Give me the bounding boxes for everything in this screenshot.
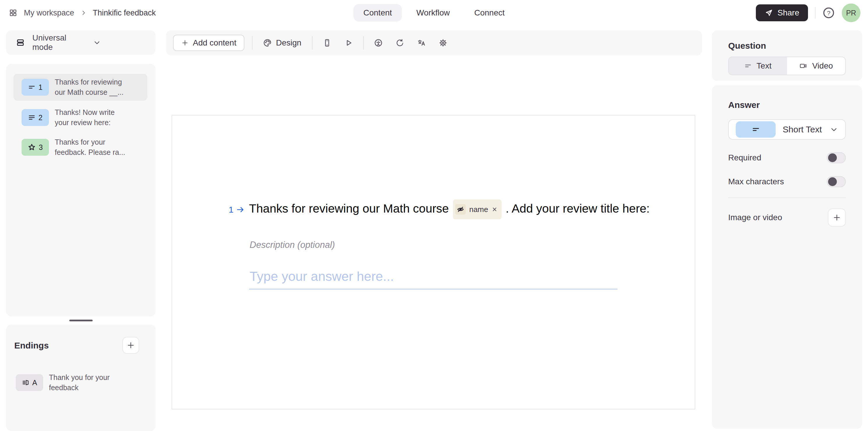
ending-screen-icon — [22, 379, 29, 386]
stacked-rows-icon — [16, 38, 25, 47]
required-label: Required — [728, 153, 762, 163]
tab-connect[interactable]: Connect — [464, 4, 515, 22]
remove-chip-icon[interactable] — [492, 206, 497, 212]
workspace-grid-icon[interactable] — [9, 8, 18, 17]
ending-a-badge: A — [16, 374, 43, 391]
design-label: Design — [276, 38, 301, 48]
question-2-badge: 2 — [22, 109, 49, 126]
question-item-3[interactable]: 3 Thanks for your feedback. Please ra... — [13, 134, 147, 161]
tab-workflow[interactable]: Workflow — [407, 4, 460, 22]
plus-icon — [833, 213, 841, 222]
canvas-answer-placeholder[interactable]: Type your answer here... — [250, 269, 394, 284]
answer-underline — [249, 289, 618, 290]
add-content-button[interactable]: Add content — [173, 35, 244, 51]
inspector-divider — [728, 197, 846, 198]
question-section-title: Question — [728, 41, 846, 51]
tab-content[interactable]: Content — [353, 4, 402, 22]
translate-icon — [417, 38, 426, 47]
recall-information-button[interactable] — [393, 36, 407, 50]
share-button[interactable]: Share — [756, 4, 808, 21]
breadcrumb-form-title[interactable]: Thinkific feedback — [93, 8, 156, 18]
chevron-right-icon — [81, 10, 87, 16]
avatar[interactable]: PR — [842, 3, 861, 22]
question-number: 2 — [38, 113, 42, 122]
toolbar-divider — [363, 36, 364, 50]
recall-chip[interactable]: name — [453, 199, 502, 219]
add-media-button[interactable] — [828, 208, 846, 227]
question-item-2[interactable]: 2 Thanks! Now write your review here: — [13, 104, 147, 131]
ending-title: Thank you for your feedback — [49, 372, 110, 393]
phone-icon — [323, 38, 332, 47]
settings-button[interactable] — [436, 36, 450, 50]
breadcrumb-workspace-link[interactable]: My workspace — [24, 8, 74, 18]
mode-selector[interactable]: Universal mode — [6, 30, 156, 55]
question-type-segmented-control: Text Video — [728, 57, 846, 75]
max-characters-label: Max characters — [728, 177, 784, 186]
question-number: 1 — [38, 83, 42, 92]
long-text-icon — [28, 114, 35, 121]
short-text-type-icon — [736, 121, 776, 138]
recall-loop-icon — [396, 38, 404, 47]
question-title: Thanks! Now write your review here: — [55, 107, 115, 128]
answer-type-value: Short Text — [783, 124, 823, 135]
image-or-video-row: Image or video — [728, 208, 846, 227]
answer-section-title: Answer — [728, 100, 846, 110]
question-list-panel: 1 Thanks for reviewing our Math course _… — [6, 64, 156, 316]
mobile-preview-button[interactable] — [320, 36, 334, 50]
svg-text:?: ? — [827, 10, 830, 16]
recall-chip-label: name — [469, 201, 488, 218]
required-setting-row: Required — [728, 151, 846, 164]
toolbar-divider — [312, 36, 313, 50]
accessibility-icon — [374, 38, 383, 47]
question-3-badge: 3 — [22, 139, 49, 156]
design-button[interactable]: Design — [260, 38, 304, 48]
send-icon — [765, 8, 773, 17]
short-text-icon — [744, 62, 752, 70]
canvas-description-placeholder[interactable]: Description (optional) — [250, 240, 335, 250]
question-settings-card: Question Text Video — [712, 30, 862, 81]
question-number: 3 — [39, 143, 43, 152]
app-window: My workspace Thinkific feedback Content … — [0, 0, 868, 431]
short-text-icon — [28, 83, 35, 91]
toggle-knob — [828, 153, 837, 162]
toolbar-divider — [252, 36, 252, 50]
help-icon[interactable]: ? — [823, 7, 835, 19]
video-camera-icon — [799, 62, 807, 70]
question-1-badge: 1 — [22, 79, 49, 96]
add-ending-button[interactable] — [122, 337, 139, 354]
gear-icon — [439, 38, 447, 47]
question-title: Thanks for reviewing our Math course __.… — [55, 77, 124, 97]
max-characters-setting-row: Max characters — [728, 175, 846, 188]
chevron-down-icon — [93, 38, 146, 47]
play-icon — [344, 38, 353, 47]
accessibility-button[interactable] — [371, 36, 385, 50]
top-bar-actions: Share ? PR — [756, 0, 861, 26]
mode-selector-label: Universal mode — [32, 33, 85, 52]
star-icon — [28, 143, 36, 151]
breadcrumb: My workspace Thinkific feedback — [9, 0, 156, 26]
hidden-field-icon — [455, 204, 466, 214]
required-toggle[interactable] — [827, 152, 846, 163]
preview-button[interactable] — [342, 36, 355, 50]
max-characters-toggle[interactable] — [827, 176, 846, 187]
panel-resize-handle[interactable] — [69, 320, 93, 321]
ending-letter: A — [32, 378, 37, 387]
question-tab-video[interactable]: Video — [787, 57, 845, 75]
palette-icon — [263, 38, 272, 47]
ending-item-a[interactable]: A Thank you for your feedback — [16, 372, 110, 393]
arrow-right-icon — [236, 205, 245, 214]
plus-icon — [126, 341, 135, 350]
endings-title: Endings — [14, 341, 49, 350]
canvas-toolbar: Add content Design — [166, 30, 702, 55]
topbar-divider — [815, 7, 815, 19]
question-tab-text[interactable]: Text — [729, 57, 787, 75]
canvas-question-text[interactable]: Thanks for reviewing our Math coursename… — [249, 199, 657, 219]
image-or-video-label: Image or video — [728, 213, 782, 222]
answer-type-dropdown[interactable]: Short Text — [728, 119, 846, 140]
question-title: Thanks for your feedback. Please ra... — [55, 137, 125, 157]
chevron-down-icon — [830, 125, 838, 134]
main-nav-tabs: Content Workflow Connect — [353, 0, 515, 26]
question-item-1[interactable]: 1 Thanks for reviewing our Math course _… — [13, 74, 147, 100]
plus-icon — [181, 39, 189, 47]
translate-button[interactable] — [414, 36, 429, 50]
